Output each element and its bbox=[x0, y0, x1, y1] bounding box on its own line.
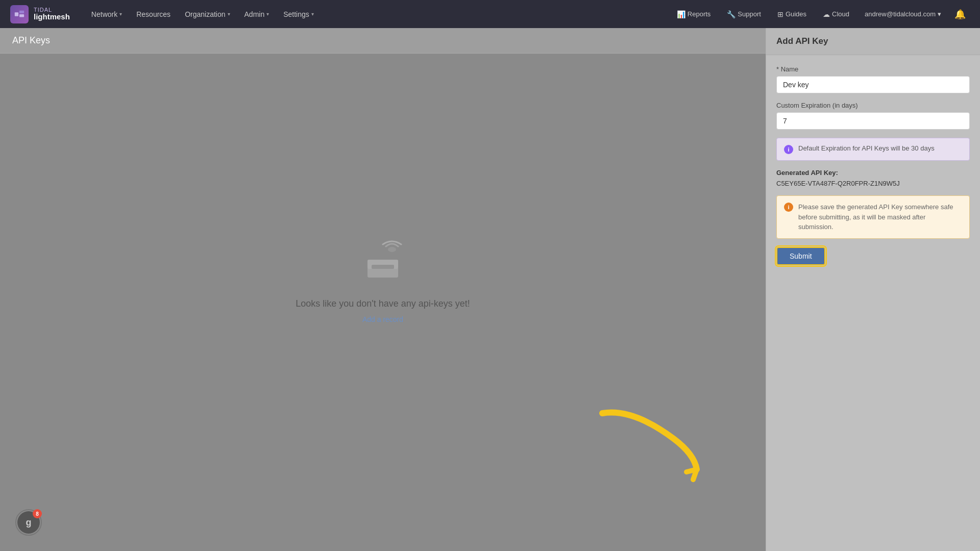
svg-rect-0 bbox=[15, 12, 18, 16]
name-label: * Name bbox=[776, 65, 970, 73]
panel-header: Add API Key bbox=[766, 28, 980, 55]
page-header: API Keys bbox=[0, 28, 766, 54]
nav-network[interactable]: Network ▾ bbox=[85, 7, 128, 21]
nav-right: 📊 Reports 🔧 Support ⊞ Guides ☁ Cloud and… bbox=[671, 6, 970, 23]
expiration-input[interactable] bbox=[776, 112, 970, 130]
guides-icon: ⊞ bbox=[777, 10, 783, 18]
nav-admin[interactable]: Admin ▾ bbox=[238, 7, 276, 21]
warning-text: Please save the generated API Key somewh… bbox=[798, 202, 962, 232]
chevron-down-icon: ▾ bbox=[228, 11, 230, 17]
sidebar-panel: Add API Key * Name Custom Expiration (in… bbox=[766, 28, 980, 551]
nav-items: Network ▾ Resources Organization ▾ Admin… bbox=[85, 7, 671, 21]
chevron-down-icon: ▾ bbox=[938, 10, 941, 18]
cloud-icon: ☁ bbox=[823, 10, 830, 18]
info-text: Default Expiration for API Keys will be … bbox=[798, 144, 935, 152]
user-menu[interactable]: andrew@tidalcloud.com ▾ bbox=[860, 7, 946, 21]
submit-button[interactable]: Submit bbox=[776, 247, 825, 265]
bell-icon: 🔔 bbox=[954, 9, 966, 20]
warning-box: i Please save the generated API Key some… bbox=[776, 195, 970, 239]
svg-point-3 bbox=[388, 247, 396, 252]
support-icon: 🔧 bbox=[727, 10, 736, 18]
bar-chart-icon: 📊 bbox=[677, 10, 685, 18]
chevron-down-icon: ▾ bbox=[311, 11, 314, 17]
name-input[interactable] bbox=[776, 76, 970, 93]
svg-rect-1 bbox=[19, 10, 24, 13]
add-record-link[interactable]: Add a record bbox=[362, 315, 403, 323]
nav-support[interactable]: 🔧 Support bbox=[721, 7, 767, 21]
svg-rect-2 bbox=[19, 14, 24, 17]
chevron-down-icon: ▾ bbox=[119, 11, 122, 17]
panel-title: Add API Key bbox=[776, 36, 828, 46]
arrow-annotation bbox=[572, 398, 715, 490]
chevron-down-icon: ▾ bbox=[266, 11, 269, 17]
nav-settings[interactable]: Settings ▾ bbox=[277, 7, 320, 21]
generated-api-key-section: Generated API Key: C5EY65E-VTA487F-Q2R0F… bbox=[776, 169, 970, 187]
avatar-badge: 8 bbox=[33, 509, 42, 518]
brand-text: tidal lightmesh bbox=[34, 7, 70, 21]
warning-icon: i bbox=[784, 203, 793, 212]
empty-state: Looks like you don't have any api-keys y… bbox=[0, 54, 766, 551]
expiration-label: Custom Expiration (in days) bbox=[776, 102, 970, 109]
expiration-form-group: Custom Expiration (in days) bbox=[776, 102, 970, 130]
nav-guides[interactable]: ⊞ Guides bbox=[771, 7, 813, 21]
generated-label: Generated API Key: bbox=[776, 169, 970, 177]
main-content: API Keys Looks like you don't have any a… bbox=[0, 28, 766, 551]
name-form-group: * Name bbox=[776, 65, 970, 93]
empty-state-icon bbox=[357, 240, 408, 288]
svg-rect-6 bbox=[372, 265, 394, 269]
info-box: i Default Expiration for API Keys will b… bbox=[776, 138, 970, 161]
panel-body: * Name Custom Expiration (in days) i Def… bbox=[766, 55, 980, 276]
nav-organization[interactable]: Organization ▾ bbox=[179, 7, 236, 21]
generated-value: C5EY65E-VTA487F-Q2R0FPR-Z1N9W5J bbox=[776, 180, 970, 187]
navbar: tidal lightmesh Network ▾ Resources Orga… bbox=[0, 0, 980, 28]
brand-lightmesh-label: lightmesh bbox=[34, 13, 70, 21]
brand[interactable]: tidal lightmesh bbox=[10, 5, 70, 23]
avatar[interactable]: g 8 bbox=[15, 509, 42, 536]
page-title: API Keys bbox=[12, 35, 50, 45]
page-layout: API Keys Looks like you don't have any a… bbox=[0, 28, 980, 551]
brand-logo bbox=[10, 5, 29, 23]
empty-state-message: Looks like you don't have any api-keys y… bbox=[296, 298, 470, 309]
notification-bell[interactable]: 🔔 bbox=[950, 6, 970, 23]
nav-reports[interactable]: 📊 Reports bbox=[671, 7, 717, 21]
nav-cloud[interactable]: ☁ Cloud bbox=[817, 7, 855, 21]
nav-resources[interactable]: Resources bbox=[130, 7, 177, 21]
info-icon: i bbox=[784, 145, 793, 154]
